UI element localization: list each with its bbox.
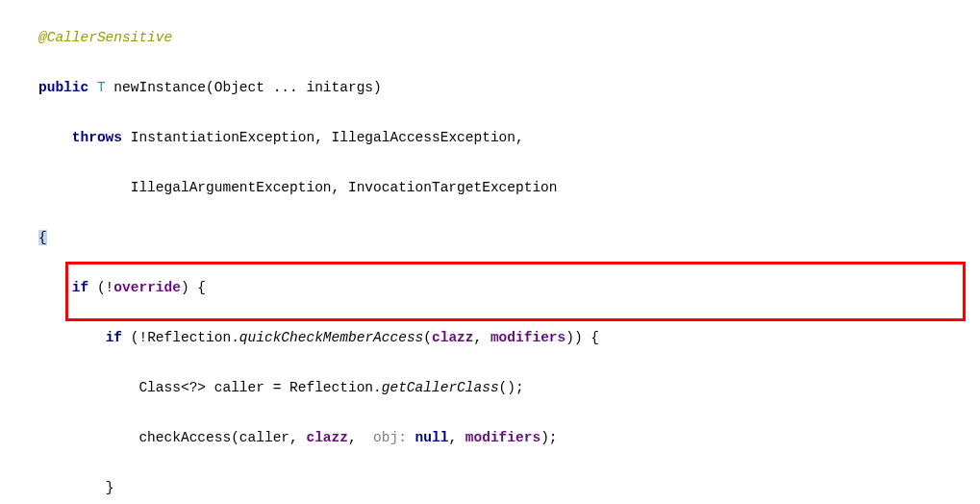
line-check-access: checkAccess(caller, clazz, obj: null, mo… (38, 425, 980, 450)
kw-public: public (38, 80, 88, 95)
kw-null-1: null (415, 430, 449, 445)
caller-end: (); (499, 380, 524, 395)
ref-clazz-1: clazz (432, 330, 474, 345)
comma-1: , (474, 330, 490, 345)
line-if-reflection: if (!Reflection.quickCheckMemberAccess(c… (38, 325, 980, 350)
param-hint-obj: obj: (373, 430, 415, 445)
exc-list-2: IllegalArgumentException, InvocationTarg… (131, 180, 558, 195)
kw-if-2: if (106, 330, 122, 345)
method-name: newInstance (113, 80, 206, 95)
ref-clazz-2: clazz (306, 430, 348, 445)
caller-decl: Class<?> caller = Reflection. (138, 380, 381, 395)
refl-open: (!Reflection. (122, 330, 239, 345)
line-close-inner: } (38, 475, 980, 500)
line-open-brace: { (38, 225, 980, 250)
refl-args-close: )) { (565, 330, 599, 345)
line-caller-decl: Class<?> caller = Reflection.getCallerCl… (38, 375, 980, 400)
quick-check: quickCheckMemberAccess (239, 330, 423, 345)
highlight-box (65, 262, 966, 321)
refl-args-open: ( (423, 330, 432, 345)
params: (Object ... initargs) (206, 80, 382, 95)
comma-2: , (348, 430, 364, 445)
kw-throws: throws (72, 130, 122, 145)
code-block: @CallerSensitive public T newInstance(Ob… (0, 0, 980, 504)
line-signature: public T newInstance(Object ... initargs… (38, 75, 980, 100)
line-throws-2: IllegalArgumentException, InvocationTarg… (38, 175, 980, 200)
comma-3: , (448, 430, 465, 445)
get-caller-class: getCallerClass (382, 380, 499, 395)
annotation: @CallerSensitive (38, 30, 172, 45)
close-brace-1: } (106, 480, 114, 495)
check-access-open: checkAccess(caller, (138, 430, 306, 445)
open-brace: { (38, 230, 47, 245)
check-access-end: ); (540, 430, 557, 445)
exc-list-1: InstantiationException, IllegalAccessExc… (122, 130, 524, 145)
type-T: T (97, 80, 106, 95)
line-throws-1: throws InstantiationException, IllegalAc… (38, 125, 980, 150)
ref-modifiers-2: modifiers (465, 430, 540, 445)
ref-modifiers-1: modifiers (490, 330, 565, 345)
line-annotation: @CallerSensitive (38, 25, 980, 50)
